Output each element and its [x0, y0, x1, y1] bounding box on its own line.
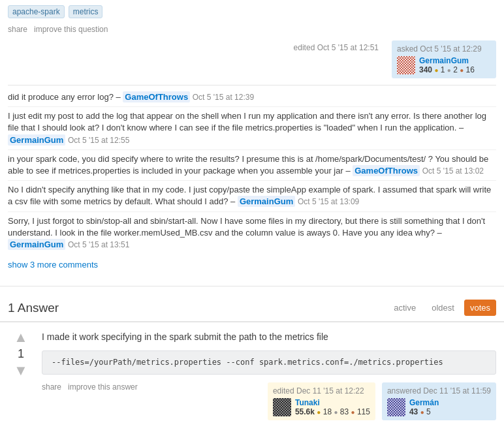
comment-3: in your spark code, you did specify wher… — [8, 150, 496, 181]
comment-1: did it produce any error log? – GameOfTh… — [8, 88, 496, 107]
comment-1-text: did it produce any error log? – — [8, 92, 121, 102]
comment-4-time: Oct 5 '15 at 13:09 — [298, 197, 359, 206]
edited-box: edited Dec 11 '15 at 12:22 Tunaki 55.6k … — [268, 382, 375, 420]
answer-action-links: share improve this answer — [42, 382, 138, 392]
answers-header: 1 Answer active oldest votes — [0, 294, 504, 322]
answerer-name[interactable]: Germán — [409, 398, 439, 407]
comment-5-time: Oct 5 '15 at 13:51 — [68, 240, 129, 249]
share-question-link[interactable]: share — [8, 25, 27, 34]
asker-rep: 340 — [419, 65, 432, 74]
comment-1-user[interactable]: GameOfThrows — [123, 91, 190, 102]
comment-5-text: Sorry, I just forgot to sbin/stop-all an… — [8, 216, 485, 238]
answer-meta-row: share improve this answer edited Dec 11 … — [42, 382, 496, 420]
downvote-button[interactable]: ▼ — [14, 364, 28, 378]
answer-user-meta: edited Dec 11 '15 at 12:22 Tunaki 55.6k … — [268, 382, 496, 420]
sort-tab-active[interactable]: active — [388, 300, 422, 316]
asker-gold-dot: ● — [434, 67, 438, 74]
editor-gold-dot: ● — [317, 409, 321, 416]
comment-2-user[interactable]: GermainGum — [8, 134, 65, 146]
show-more-wrapper: show 3 more comments — [0, 254, 504, 278]
edited-info: edited Oct 5 '15 at 12:51 — [294, 40, 379, 52]
answerer-bronze-count: 5 — [426, 407, 431, 416]
answerer-bronze-dot: ● — [420, 409, 424, 416]
comment-4: No I didn't specify anything like that i… — [8, 181, 496, 211]
asker-silver-dot: ● — [447, 67, 451, 74]
upvote-button[interactable]: ▲ — [14, 330, 28, 345]
asked-label: asked Oct 5 '15 at 12:29 — [397, 44, 491, 54]
sort-tab-votes[interactable]: votes — [464, 300, 496, 316]
answerer-rep: 43 — [409, 407, 418, 416]
comment-2-time: Oct 5 '15 at 12:55 — [68, 136, 129, 145]
answers-title: 1 Answer — [8, 301, 59, 315]
sort-tabs: active oldest votes — [388, 300, 496, 316]
comment-4-user[interactable]: GermainGum — [238, 196, 295, 207]
section-divider — [0, 286, 504, 287]
answered-label: answered Dec 11 '15 at 11:59 — [387, 386, 491, 395]
answer-text: I made it work specifying in the spark s… — [42, 330, 496, 344]
editor-name[interactable]: Tunaki — [295, 398, 320, 407]
tag-apache-spark[interactable]: apache-spark — [8, 5, 65, 18]
asker-bronze-dot: ● — [460, 67, 464, 74]
tags-row: apache-spark metrics — [0, 0, 504, 22]
question-meta: edited Oct 5 '15 at 12:51 asked Oct 5 '1… — [0, 40, 504, 78]
edited-label: edited Dec 11 '15 at 12:22 — [273, 386, 364, 395]
improve-question-link[interactable]: improve this question — [34, 25, 108, 34]
answerer-row: Germán 43 ● 5 — [387, 398, 491, 416]
asked-box: asked Oct 5 '15 at 12:29 GermainGum 340 … — [392, 40, 496, 78]
asker-bronze-count: 16 — [466, 65, 475, 74]
editor-silver-dot: ● — [334, 409, 338, 416]
asker-row: GermainGum 340 ● 1 ● 2 ● 16 — [397, 56, 491, 74]
comment-2-text: I just edit my post to add the log that … — [8, 111, 486, 132]
comment-5: Sorry, I just forgot to sbin/stop-all an… — [8, 212, 496, 255]
share-answer-link[interactable]: share — [42, 382, 61, 392]
answer-content: I made it work specifying in the spark s… — [42, 330, 496, 420]
comment-5-user[interactable]: GermainGum — [8, 239, 65, 250]
comment-3-time: Oct 5 '15 at 13:02 — [422, 166, 484, 176]
asker-name[interactable]: GermainGum — [419, 56, 469, 65]
asker-gold-count: 1 — [441, 65, 445, 74]
answer-code: --files=/yourPath/metrics.properties --c… — [52, 358, 443, 367]
editor-bronze-count: 115 — [357, 407, 370, 416]
editor-rep: 55.6k — [295, 407, 315, 416]
vote-count: 1 — [18, 347, 24, 361]
editor-silver-count: 83 — [340, 407, 349, 416]
comment-3-user[interactable]: GameOfThrows — [353, 165, 420, 176]
answer-block: ▲ 1 ▼ I made it work specifying in the s… — [0, 322, 504, 428]
question-actions: share improve this question — [0, 22, 504, 40]
answer-code-block: --files=/yourPath/metrics.properties --c… — [42, 350, 496, 375]
comment-2: I just edit my post to add the log that … — [8, 107, 496, 150]
comments-section: did it produce any error log? – GameOfTh… — [8, 85, 496, 254]
answerer-avatar — [387, 398, 405, 416]
editor-bronze-dot: ● — [351, 409, 355, 416]
comment-1-time: Oct 5 '15 at 12:39 — [193, 93, 254, 102]
asker-silver-count: 2 — [453, 65, 458, 74]
show-more-comments-link[interactable]: show 3 more comments — [8, 256, 496, 273]
improve-answer-link[interactable]: improve this answer — [68, 382, 138, 392]
answered-box: answered Dec 11 '15 at 11:59 Germán 43 ●… — [382, 382, 496, 420]
editor-row: Tunaki 55.6k ● 18 ● 83 ● 115 — [273, 398, 370, 416]
editor-avatar — [273, 398, 291, 416]
editor-gold-count: 18 — [323, 407, 332, 416]
asker-avatar — [397, 56, 415, 74]
sort-tab-oldest[interactable]: oldest — [426, 300, 460, 316]
tag-metrics[interactable]: metrics — [69, 5, 103, 18]
vote-column: ▲ 1 ▼ — [8, 330, 34, 420]
